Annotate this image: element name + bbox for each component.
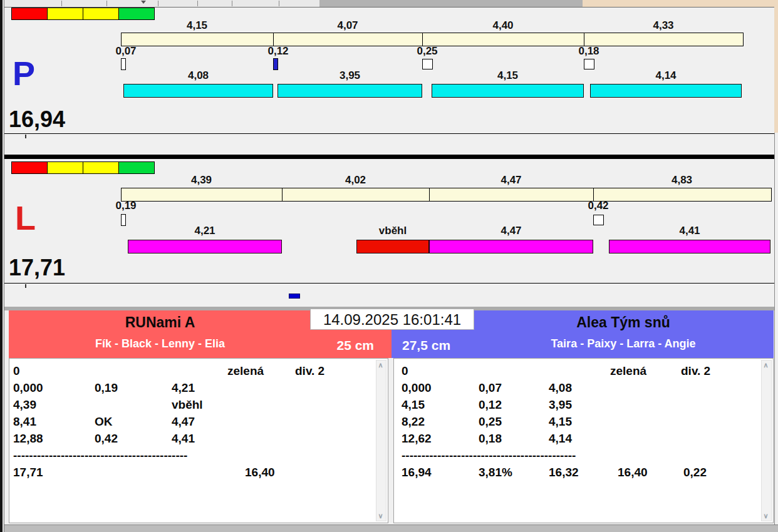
position-indicator-dash <box>289 294 300 299</box>
gap-marker-checkbox[interactable] <box>121 214 126 226</box>
dog-time-bar <box>128 240 282 253</box>
team-height-right: 27,5 cm <box>402 338 450 353</box>
dog-time-bar <box>432 84 584 98</box>
log-line: 4,150,123,95 <box>394 397 773 414</box>
log-panel-right[interactable]: ∧ ∨ 0zelenádiv. 20,0000,074,084,150,123,… <box>393 358 774 523</box>
log-line: 0,0000,194,21 <box>9 381 388 397</box>
log-cell: zelená <box>227 364 264 379</box>
gap-time-label: 0,19 <box>101 200 151 212</box>
log-cell: 4,08 <box>549 381 572 396</box>
cursor-tick <box>25 284 26 288</box>
run-light-cell <box>83 161 119 174</box>
gap-marker-checkbox[interactable] <box>121 58 126 70</box>
window-right-border <box>774 133 775 524</box>
split-time-label: 4,15 <box>121 19 273 31</box>
team-dogs-left: Fík - Black - Lenny - Elia <box>9 337 311 350</box>
datetime-text: 14.09.2025 16:01:41 <box>311 311 474 329</box>
dog-time-label: 4,21 <box>128 225 282 237</box>
split-segment <box>274 33 423 46</box>
toolbar-separator <box>279 1 279 6</box>
lane-letter-p: P <box>13 56 35 90</box>
log-line: 8,220,254,15 <box>394 414 773 431</box>
split-time-label: 4,47 <box>429 174 593 186</box>
team-name-left: RUNami A <box>9 314 311 331</box>
gap-time-label: 0,12 <box>253 45 303 57</box>
dog-time-bar <box>590 84 742 98</box>
split-segment <box>122 33 274 46</box>
log-cell: 0 <box>402 364 408 379</box>
log-line: 8,41OK4,47 <box>9 414 388 431</box>
log-line: ----------------------------------------… <box>394 448 773 465</box>
run-light-cell <box>11 8 48 20</box>
run-light-cell <box>47 161 83 174</box>
log-line: 12,620,184,14 <box>394 431 773 448</box>
log-cell: zelená <box>610 364 646 379</box>
run-light-cell <box>83 8 119 20</box>
log-cell: 4,14 <box>549 431 572 446</box>
split-time-label: 4,33 <box>584 19 743 31</box>
split-time-label: 4,07 <box>273 19 422 31</box>
log-panel-left[interactable]: ∧ ∨ 0zelenádiv. 20,0000,194,214,39vběhl8… <box>9 358 388 523</box>
log-cell: 0,12 <box>479 397 502 412</box>
dog-time-bar <box>277 84 422 98</box>
background-window-right-edge <box>774 0 778 133</box>
lane-total: 17,71 <box>9 256 65 280</box>
scroll-down-button[interactable]: ∨ <box>762 511 770 521</box>
log-cell: 8,41 <box>13 414 36 429</box>
log-cell: 3,81% <box>479 465 512 480</box>
split-segment <box>122 188 283 201</box>
dog-time-label: 4,14 <box>590 69 742 81</box>
split-segment <box>423 33 584 46</box>
log-cell: 16,32 <box>549 465 579 480</box>
lane-total: 16,94 <box>9 108 65 131</box>
log-line: 12,880,424,41 <box>9 431 388 448</box>
lane-letter-l: L <box>15 201 36 235</box>
log-cell: 0,18 <box>479 431 502 446</box>
toolbar-separator <box>158 1 158 6</box>
log-cell: 4,15 <box>402 397 425 412</box>
log-cell: 8,22 <box>402 414 425 429</box>
split-segment <box>283 188 430 201</box>
timing-app-window: P4,154,074,404,330,070,120,250,184,083,9… <box>0 0 778 532</box>
log-cell: div. 2 <box>681 364 710 379</box>
gap-marker-checkbox[interactable] <box>593 215 604 225</box>
log-cell: 12,88 <box>13 431 43 446</box>
gap-marker-checkbox[interactable] <box>273 58 278 70</box>
log-line: 4,39vběhl <box>9 397 388 414</box>
split-time-label: 4,40 <box>422 19 584 31</box>
run-light-cell <box>47 8 83 20</box>
dog-time-bar <box>429 240 593 253</box>
split-segment <box>594 188 771 201</box>
log-line: 16,943,81%16,3216,400,22 <box>394 465 773 482</box>
log-cell: 4,21 <box>172 381 195 396</box>
gap-time-label: 0,42 <box>573 200 623 212</box>
datetime-box: 14.09.2025 16:01:41 <box>310 309 474 330</box>
log-cell: 17,71 <box>13 465 43 480</box>
gap-marker-checkbox[interactable] <box>422 59 433 69</box>
log-cell: 0,42 <box>95 431 118 446</box>
log-line: 0zelenádiv. 2 <box>9 364 388 381</box>
gap-time-label: 0,18 <box>564 45 614 57</box>
team-name-right: Alea Tým snů <box>473 314 774 331</box>
log-cell: 0 <box>13 364 20 379</box>
section-divider <box>4 155 774 159</box>
log-cell: 3,95 <box>549 397 572 412</box>
log-cell: 0,22 <box>683 465 707 480</box>
split-time-label: 4,39 <box>121 174 282 186</box>
lane-separator-line <box>4 283 774 284</box>
log-cell: 0,25 <box>479 414 502 429</box>
background-window-edge <box>583 0 778 7</box>
chevron-down-icon[interactable] <box>141 1 146 4</box>
log-cell: 4,39 <box>13 397 36 412</box>
log-cell: 16,40 <box>618 465 648 480</box>
gap-time-label: 0,07 <box>101 45 151 57</box>
scroll-down-button[interactable]: ∨ <box>376 511 385 521</box>
log-cell: 0,07 <box>479 381 502 396</box>
toolbar-separator <box>232 1 232 6</box>
split-time-label: 4,83 <box>593 174 770 186</box>
gap-marker-checkbox[interactable] <box>584 59 594 69</box>
run-light-cell <box>11 161 48 174</box>
split-segment <box>430 188 594 201</box>
window-bottom-strip <box>0 524 778 532</box>
window-left-border-inner <box>3 0 4 532</box>
